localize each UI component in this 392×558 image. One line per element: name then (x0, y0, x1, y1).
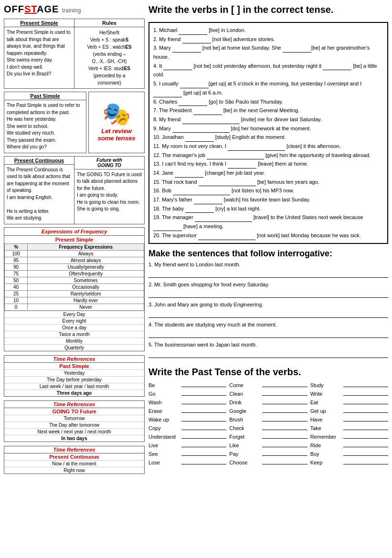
time-ref-future-item: Next week / next year / next month (4, 428, 144, 435)
right-column: Write the verbs in [ ] in the correct te… (148, 4, 388, 554)
verb-blank (343, 449, 388, 456)
int-q2: 2. Mr. Smith goes shopping for food ever… (148, 282, 388, 287)
int-ans1 (148, 269, 388, 278)
verb-blank (262, 432, 307, 439)
ex-8: 8. My friend [invite] me for dinner last… (153, 115, 383, 124)
past-simple-body: The Past Simple is used to refer to comp… (4, 100, 86, 153)
past-tense-verb-item: Clean (229, 389, 307, 397)
time-ref-future-subheader: GOING TO Future (4, 408, 144, 415)
verb-label: Forget (229, 434, 260, 440)
left-column: OFFSTAGE training Present Simple The Pre… (4, 4, 145, 554)
freq-extra-item: Twice a month (4, 331, 144, 337)
verb-blank (343, 389, 388, 396)
main-title: Write the verbs in [ ] in the correct te… (148, 4, 388, 15)
time-ref-past-item: Last week / last year / last month (4, 383, 144, 390)
verb-label: Google (229, 408, 260, 414)
brand-age: AGE (37, 4, 59, 14)
verb-label: Lose (148, 460, 180, 465)
past-tense-verb-item: Wake up (148, 415, 226, 422)
freq-extra-item: Monthly (4, 337, 144, 344)
verb-label: Live (148, 442, 180, 448)
exercises-box: 1. Michael [live] in London. 2. My frien… (148, 22, 388, 244)
past-tense-title: Write the Past Tense of the verbs. (148, 367, 388, 378)
freq-row: 75Often/frequently (5, 270, 144, 277)
freq-table: % Frequency Expressions 100Always95Almos… (4, 243, 144, 311)
ex-4: 4. It [not be] cold yesterday afternoon,… (153, 62, 383, 79)
verb-blank (343, 398, 388, 404)
verb-label: Clean (229, 391, 260, 397)
rules-title: Rules (74, 19, 144, 27)
verb-label: Keep (310, 460, 341, 465)
verb-label: Write (310, 391, 341, 397)
time-ref-past-subheader: Past Simple (4, 363, 144, 369)
verb-label: Eat (310, 400, 341, 405)
interrogative-section: Make the sentences that follow interroga… (148, 249, 388, 362)
past-tense-verb-item: Live (148, 441, 226, 448)
past-tense-verb-item: Google (229, 406, 307, 414)
rules-body: He/She/ItVerb + S : speakSVerb + ES : wa… (74, 27, 144, 88)
freq-row: 50Sometimes (5, 277, 144, 284)
verb-blank (181, 398, 226, 404)
verb-label: Buy (310, 451, 341, 457)
verb-label: Copy (148, 425, 180, 431)
past-tense-verb-item: Come (229, 380, 307, 388)
past-tense-verb-item: Erase (148, 406, 226, 414)
ex-18: 18. The baby [cry] a lot last night. (153, 204, 383, 213)
verb-blank (181, 423, 226, 430)
past-tense-verb-item: Have (310, 415, 388, 422)
verb-blank (181, 441, 226, 447)
int-q1: 1. My friend went to London last month. (148, 262, 388, 267)
past-tense-verb-item: Ride (310, 441, 388, 448)
time-ref-future-item: The Day after tomorrow (4, 421, 144, 428)
verb-label: Choose (229, 460, 260, 465)
past-tense-verb-item: See (148, 449, 226, 457)
past-tense-verb-item: Buy (310, 449, 388, 457)
verb-blank (262, 449, 307, 456)
past-tense-verb-item: Be (148, 380, 226, 388)
verb-label: Like (229, 442, 260, 448)
freq-row: 0Never (5, 304, 144, 310)
verb-blank (262, 458, 307, 464)
past-tense-verb-item: Choose (229, 458, 307, 465)
verb-label: Have (310, 417, 341, 422)
verb-blank (262, 398, 307, 404)
verb-label: Check (229, 425, 260, 431)
future-going-to-body: The GOING TO Future is used to talk abou… (74, 169, 144, 215)
ex-12: 12. The manager's job [give] him the opp… (153, 151, 383, 160)
freq-subtitle: Present Simple (4, 236, 144, 243)
past-tense-grid: BeComeStudyGoCleanWriteWashDrinkEatErase… (148, 380, 388, 465)
verb-blank (262, 406, 307, 413)
past-tense-section: Write the Past Tense of the verbs. BeCom… (148, 367, 388, 465)
freq-title: Expressions of Frequency (4, 228, 144, 236)
verb-blank (343, 432, 388, 439)
freq-col1-header: % (5, 243, 28, 250)
freq-extra-item: Every night (4, 317, 144, 324)
illustration-text: Let reviewsome tenses (98, 127, 136, 142)
freq-extra-item: Once a day (4, 324, 144, 331)
ex-13: 13. I can't find my keys. I think I [lea… (153, 159, 383, 168)
verb-label: Be (148, 382, 180, 388)
brand-training: training (62, 7, 81, 14)
past-tense-verb-item: Drink (229, 398, 307, 405)
time-ref-future: Time References GOING TO Future Tomorrow… (4, 400, 145, 442)
time-ref-future-header: Time References (4, 401, 144, 408)
verb-label: Remember (310, 434, 341, 440)
int-ans4 (148, 329, 388, 338)
past-tense-verb-item: Wash (148, 398, 226, 405)
verb-label: Drink (229, 400, 260, 405)
time-ref-past-item: Three days ago (4, 390, 144, 396)
ex-10: 10. Jonathan [study] English at the mome… (153, 133, 383, 142)
ex-17: 17. Mary's father [watch] his favorite t… (153, 195, 383, 204)
frequency-box: Expressions of Frequency Present Simple … (4, 227, 145, 351)
time-ref-past-item: Yesterday (4, 369, 144, 376)
verb-label: Understand (148, 434, 180, 440)
ex-14: 14. Jane [change] her job last year. (153, 168, 383, 178)
ex-6: 6. Charles [go] to São Paulo last Thursd… (153, 97, 383, 106)
freq-row: 95Almost always (5, 257, 144, 263)
past-tense-verb-item: Check (229, 423, 307, 431)
verb-label: Get up (310, 408, 341, 414)
verb-blank (262, 389, 307, 396)
time-ref-pc-header: Time References (4, 446, 144, 453)
verb-blank (262, 441, 307, 447)
verb-blank (181, 406, 226, 413)
